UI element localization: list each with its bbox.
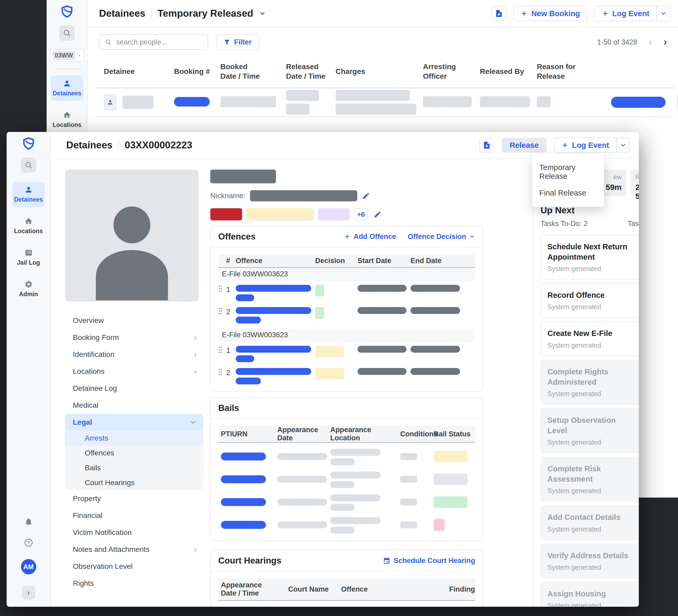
search-people-field[interactable] — [99, 34, 208, 50]
bail-row[interactable] — [218, 446, 475, 468]
task-card[interactable]: Add Contact Details System generated DON… — [540, 505, 639, 540]
app-logo-icon — [22, 137, 36, 150]
bail-row[interactable] — [218, 468, 475, 491]
export-report-button[interactable] — [492, 6, 506, 21]
log-event-menu-button[interactable] — [616, 138, 630, 153]
bg-toolbar: Filter 1-50 of 3428 ‹ › — [88, 28, 678, 50]
nickname-value-placeholder — [250, 190, 357, 202]
row-avatar — [104, 94, 116, 110]
chevron-down-icon[interactable] — [259, 10, 266, 17]
drag-handle-icon[interactable] — [218, 346, 223, 354]
tasks-done-count: Tasks Done: 5 — [628, 220, 639, 228]
nav-item-rights[interactable]: Rights — [65, 575, 203, 592]
task-card[interactable]: Record Offence System generated TO DO — [540, 283, 639, 318]
table-header-row: Detainee Booking # Booked Date / Time Re… — [96, 62, 675, 81]
drag-handle-icon[interactable] — [218, 307, 223, 315]
up-next-panel: ew h 59m Relevant 23h 59m Up Next Tasks … — [533, 158, 639, 607]
export-report-button[interactable] — [479, 138, 494, 153]
nav-item-booking-form[interactable]: Booking Form› — [65, 329, 203, 346]
chevron-down-icon — [620, 142, 626, 148]
sidebar-item-detainees[interactable]: Detainees — [12, 182, 45, 207]
sidebar-item-admin[interactable]: Admin — [12, 276, 45, 301]
edit-pencil-icon[interactable] — [374, 210, 382, 218]
log-event-menu-button[interactable] — [657, 6, 670, 21]
nav-item-medical[interactable]: Medical — [65, 397, 203, 414]
decision-chip — [315, 307, 324, 319]
nav-item-court-hearings[interactable]: Court Hearings — [65, 475, 203, 490]
user-avatar[interactable]: AM — [21, 559, 36, 574]
nav-item-locations[interactable]: Locations› — [65, 363, 203, 380]
nickname-label: Nickname: — [210, 191, 245, 200]
offence-row[interactable]: 2 — [218, 307, 475, 325]
table-row[interactable]: ⋮ — [96, 88, 675, 117]
tag-yellow — [246, 208, 314, 220]
bail-row[interactable] — [218, 491, 475, 514]
log-event-button[interactable]: Log Event — [594, 6, 657, 21]
sidebar-item-locations[interactable]: Locations — [12, 213, 45, 239]
task-card[interactable]: Verify Address Details System generated … — [540, 544, 639, 578]
drag-handle-icon[interactable] — [218, 285, 223, 293]
task-card[interactable]: Complete Rights Administered System gene… — [540, 360, 639, 405]
tag-red — [210, 208, 242, 220]
plus-icon — [344, 233, 350, 240]
next-page-button[interactable]: › — [664, 37, 667, 48]
nav-item-observation-level[interactable]: Observation Level — [65, 558, 203, 575]
sidebar-search-button[interactable] — [59, 26, 75, 41]
nav-item-overview[interactable]: Overview — [65, 312, 203, 329]
edit-pencil-icon[interactable] — [362, 192, 370, 200]
row-action-button[interactable] — [611, 97, 666, 108]
bail-row[interactable] — [218, 514, 475, 537]
offence-row[interactable]: 1 — [218, 346, 475, 364]
menu-item-temporary-release[interactable]: Temporary Release — [532, 159, 604, 185]
nav-item-victim-notification[interactable]: Victim Notification — [65, 524, 203, 541]
breadcrumb-page[interactable]: Temporary Released — [158, 8, 253, 19]
chevron-right-icon: › — [194, 333, 197, 342]
booking-number-placeholder[interactable] — [174, 97, 210, 107]
task-card[interactable]: Setup Observation Level System generated… — [540, 408, 639, 453]
nav-item-financial[interactable]: Financial — [65, 507, 203, 524]
schedule-court-hearing-button[interactable]: Schedule Court Hearing — [383, 557, 475, 565]
tags-overflow-badge[interactable]: +6 — [354, 208, 368, 220]
offence-decision-menu[interactable]: Offence Decision — [408, 232, 475, 241]
sidebar-expand-button[interactable]: › — [22, 586, 35, 599]
nav-item-property[interactable]: Property — [65, 490, 203, 507]
search-people-input[interactable] — [116, 38, 202, 47]
task-card[interactable]: Schedule Next Return Appointment System … — [540, 235, 639, 280]
task-card[interactable]: Assign Housing System generated DONE — [540, 582, 639, 607]
prev-page-button[interactable]: ‹ — [649, 37, 652, 48]
detail-header-actions: Release Log Event — [479, 138, 630, 153]
search-icon — [25, 161, 33, 169]
task-card[interactable]: Create New E-File System generated TO DO — [540, 321, 639, 356]
sidebar-item-locations[interactable]: Locations — [51, 107, 83, 132]
breadcrumb-section[interactable]: Detainees — [66, 140, 113, 151]
offence-row[interactable]: 1 — [218, 285, 475, 303]
court-hearings-card: Court Hearings Schedule Court Hearing Ap… — [210, 550, 483, 607]
breadcrumb: Detainees 03XX00002223 — [66, 139, 192, 151]
release-button[interactable]: Release — [502, 138, 547, 153]
nav-item-arrests[interactable]: Arrests — [65, 431, 203, 446]
menu-item-final-release[interactable]: Final Release — [532, 185, 604, 202]
detainee-id: 03XX00002223 — [125, 140, 192, 151]
sidebar-item-detainees[interactable]: Detainees — [51, 75, 83, 101]
facility-select[interactable]: 03WW — [50, 49, 84, 62]
sidebar-item-jail-log[interactable]: Jail Log — [12, 245, 45, 270]
drag-handle-icon[interactable] — [218, 368, 223, 376]
plus-icon — [602, 10, 609, 17]
log-event-button[interactable]: Log Event — [554, 138, 616, 153]
nav-item-legal[interactable]: Legal — [65, 414, 203, 431]
nav-item-bails[interactable]: Bails — [65, 461, 203, 475]
task-card[interactable]: Complete Risk Assessment System generate… — [540, 457, 639, 502]
nav-item-identification[interactable]: Identification› — [65, 346, 203, 363]
sidebar-search-button[interactable] — [21, 157, 36, 173]
nav-item-offences[interactable]: Offences — [65, 446, 203, 461]
add-offence-button[interactable]: Add Offence — [344, 232, 396, 241]
nav-item-detainee-log[interactable]: Detainee Log — [65, 380, 203, 397]
svg-text:?: ? — [27, 540, 30, 546]
nav-item-notes-attachments[interactable]: Notes and Attachments› — [65, 541, 203, 558]
offence-row[interactable]: 2 — [218, 368, 475, 391]
help-icon[interactable]: ? — [24, 538, 33, 547]
person-icon — [24, 185, 33, 194]
new-booking-button[interactable]: New Booking — [513, 6, 588, 21]
filter-button[interactable]: Filter — [216, 34, 259, 50]
bell-icon[interactable] — [24, 517, 33, 526]
